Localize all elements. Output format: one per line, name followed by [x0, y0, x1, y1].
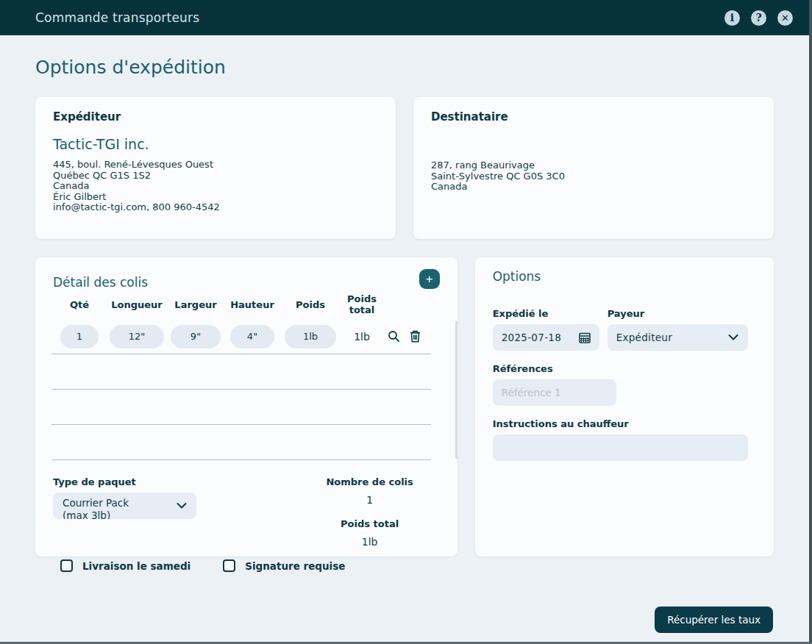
ship-date-input[interactable]: 2025-07-18 [493, 324, 599, 351]
add-package-button[interactable]: + [419, 269, 440, 289]
address-row: Expéditeur Tactic-TGI inc. 445, boul. Re… [35, 97, 774, 239]
saturday-delivery-label: Livraison le samedi [82, 560, 190, 572]
options-card: Options Expédié le 2025-07-18 Payeur [475, 257, 774, 557]
qty-input[interactable]: 1 [60, 325, 99, 348]
get-rates-button[interactable]: Récupérer les taux [655, 607, 773, 633]
shipper-card: Expéditeur Tactic-TGI inc. 445, boul. Re… [35, 97, 396, 239]
ship-date-value: 2025-07-18 [502, 332, 561, 343]
total-weight-value: 1lb [315, 536, 425, 548]
packages-footer: Type de paquet Courrier Pack (max 3lb) N… [53, 476, 440, 548]
package-type-value: Courrier Pack (max 3lb) [63, 497, 157, 519]
column-header-width: Largeur [166, 299, 225, 310]
table-row-empty [51, 354, 431, 390]
shipper-heading: Expéditeur [53, 110, 378, 124]
total-weight-label: Poids total [315, 518, 425, 529]
chevron-down-icon [177, 503, 187, 509]
ship-date-label: Expédié le [493, 308, 608, 319]
page-title: Options d'expédition [35, 57, 774, 78]
packages-header: Détail des colis + [53, 269, 440, 290]
titlebar: Commande transporteurs i ? ✕ [0, 0, 809, 35]
column-header-length: Longueur [107, 299, 166, 310]
page-content: Options d'expédition Expéditeur Tactic-T… [0, 57, 809, 557]
reference-input[interactable] [493, 379, 616, 406]
table-row: 1 12" 9" 4" 1lb 1lb [51, 319, 431, 354]
shipper-company: Tactic-TGI inc. [53, 136, 378, 152]
help-icon[interactable]: ? [751, 10, 766, 26]
address-line: info@tactic-tgi.com, 800 960-4542 [53, 202, 378, 213]
packages-title: Détail des colis [53, 275, 148, 290]
shipper-address: 445, boul. René-Lévesques Ouest Québec Q… [53, 160, 378, 213]
driver-instructions-input[interactable] [493, 434, 748, 461]
package-count-value: 1 [315, 494, 425, 506]
table-header-row: Qté Longueur Largeur Hauteur Poids Poids… [51, 290, 431, 319]
options-title: Options [493, 269, 756, 284]
app-window: Commande transporteurs i ? ✕ Options d'e… [0, 0, 812, 644]
column-header-total-weight: Poids total [341, 293, 382, 315]
table-scrollbar[interactable] [455, 321, 457, 459]
info-icon[interactable]: i [724, 10, 740, 26]
recipient-card: Destinataire 287, rang Beaurivage Saint-… [413, 97, 774, 239]
package-type-select[interactable]: Courrier Pack (max 3lb) [53, 493, 196, 519]
payer-group: Payeur Expéditeur [608, 308, 748, 351]
package-count-label: Nombre de colis [315, 476, 425, 487]
checkbox-row: Livraison le samedi Signature requise [60, 559, 440, 572]
address-line: 287, rang Beaurivage [431, 160, 756, 171]
column-header-weight: Poids [279, 299, 341, 310]
signature-required-label: Signature requise [245, 560, 345, 572]
close-icon[interactable]: ✕ [777, 10, 793, 26]
package-type-label: Type de paquet [53, 476, 315, 487]
table-row-empty [51, 390, 431, 425]
package-type-group: Type de paquet Courrier Pack (max 3lb) [53, 476, 315, 548]
address-line: Canada [53, 181, 378, 192]
driver-instructions-group: Instructions au chauffeur [493, 418, 756, 461]
references-label: Références [493, 363, 756, 374]
packages-table: Qté Longueur Largeur Hauteur Poids Poids… [51, 290, 431, 460]
options-fields: Expédié le 2025-07-18 Payeur Expéditeur [493, 308, 756, 461]
height-input[interactable]: 4" [230, 325, 274, 348]
address-line: Éric Gilbert [53, 192, 378, 203]
address-line: 445, boul. René-Lévesques Ouest [53, 160, 378, 171]
packages-card: Détail des colis + Qté Longueur Largeur … [35, 257, 457, 557]
payer-select[interactable]: Expéditeur [608, 324, 748, 351]
saturday-delivery-checkbox[interactable]: Livraison le samedi [60, 559, 190, 572]
table-row-empty [51, 425, 431, 460]
driver-instructions-label: Instructions au chauffeur [493, 418, 756, 429]
length-input[interactable]: 12" [110, 325, 164, 348]
column-header-qty: Qté [51, 299, 107, 310]
address-line: Canada [431, 182, 756, 193]
row-total-weight: 1lb [354, 331, 370, 343]
signature-required-checkbox[interactable]: Signature requise [223, 559, 345, 572]
column-header-height: Hauteur [225, 299, 279, 310]
details-row: Détail des colis + Qté Longueur Largeur … [35, 257, 774, 557]
date-payer-row: Expédié le 2025-07-18 Payeur Expéditeur [493, 308, 756, 351]
chevron-down-icon [728, 334, 738, 341]
trash-icon[interactable] [408, 330, 421, 343]
checkbox-box[interactable] [60, 559, 73, 572]
payer-value: Expéditeur [616, 332, 672, 343]
packages-summary: Nombre de colis 1 Poids total 1lb [315, 476, 425, 548]
recipient-address: 287, rang Beaurivage Saint-Sylvestre QC … [431, 160, 756, 193]
window-title: Commande transporteurs [35, 10, 199, 25]
address-line: Québec QC G1S 1S2 [53, 171, 378, 182]
address-line: Saint-Sylvestre QC G0S 3C0 [431, 171, 756, 182]
recipient-heading: Destinataire [431, 110, 756, 124]
checkbox-box[interactable] [223, 559, 235, 572]
magnifier-icon[interactable] [387, 330, 400, 343]
width-input[interactable]: 9" [171, 325, 221, 348]
weight-input[interactable]: 1lb [285, 325, 336, 348]
calendar-icon [579, 332, 591, 343]
references-group: Références [493, 363, 756, 406]
payer-label: Payeur [608, 308, 748, 319]
ship-date-group: Expédié le 2025-07-18 [493, 308, 608, 351]
